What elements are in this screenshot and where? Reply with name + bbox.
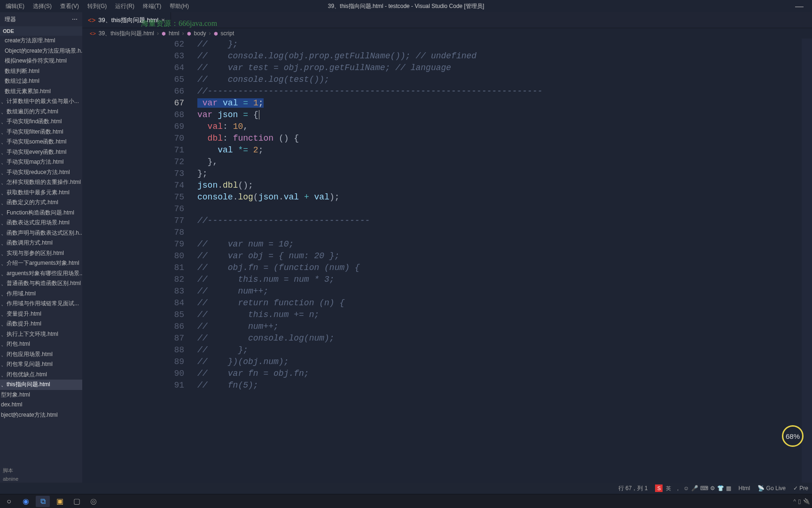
emoji-icon[interactable]: ☺ [683,485,689,492]
sidebar-item[interactable]: 、函数声明与函数表达式区别.h... [0,228,82,238]
breadcrumb-item[interactable]: body [194,30,206,37]
sidebar-item[interactable]: 、计算数组中的最大值与最小... [0,96,82,107]
more-icon[interactable]: ⋯ [72,16,78,23]
tray-power-icon[interactable]: 🔌 [803,498,810,505]
ime-logo-icon: S [655,484,663,492]
language-mode[interactable]: Html [739,485,750,492]
explorer-title: 理器 [5,16,16,24]
vscode-icon[interactable]: ⧉ [36,496,50,507]
sidebar-item[interactable]: 、函数提升.html [0,319,82,329]
breadcrumb-item[interactable]: 39、this指向问题.html [99,30,154,38]
menu-item[interactable]: 编辑(E) [4,1,26,11]
sidebar-item[interactable]: 、变量提升.html [0,309,82,319]
menu-item[interactable]: 查看(V) [58,1,81,11]
sidebar-item[interactable]: 、闭包优缺点.html [0,370,82,380]
menu-item[interactable]: 转到(G) [86,1,109,11]
sidebar-item[interactable]: 、函数调用方式.html [0,238,82,248]
sidebar-item[interactable]: 、执行上下文环境.html [0,329,82,340]
sidebar-item[interactable]: 模拟new操作符实现.html [0,56,82,66]
tray-battery-icon[interactable]: ▯ [798,498,801,505]
code-editor[interactable]: 6263646566676869707172737475767778798081… [82,39,812,483]
watermark-text: 海量资源：666java.com [141,19,217,29]
tray-up-icon[interactable]: ^ [793,498,796,505]
menu-item[interactable]: 帮助(H) [168,1,191,11]
sidebar-item[interactable]: 、手动实现reduce方法.html [0,167,82,178]
grid-icon[interactable]: ▦ [726,485,731,492]
code-content[interactable]: // };// console.log(obj.prop.getFullName… [197,39,812,483]
sidebar-item[interactable]: 数组元素累加.html [0,87,82,97]
status-bar: 行 67，列 1 S 英 ， ☺ 🎤 ⌨ ⚙ 👕 ▦ Html 📡 Go Liv… [0,483,812,494]
editor-region: <> 39、this指向问题.html × 海量资源：666java.com <… [82,12,812,483]
sidebar-item[interactable]: create方法原理.html [0,36,82,46]
sidebar-item[interactable]: 、手动实现map方法.html [0,157,82,167]
explorer-icon[interactable]: ▣ [53,496,67,507]
line-gutter: 6263646566676869707172737475767778798081… [82,39,197,483]
menu-item[interactable]: 运行(R) [113,1,136,11]
html-file-icon: <> [90,31,96,36]
sidebar-item[interactable]: 、手动实现filter函数.html [0,127,82,137]
task-bar: ○ ◉ ⧉ ▣ ▢ ◎ ^ ▯ 🔌 [0,494,812,508]
chevron-right-icon: › [182,30,184,37]
sidebar-item[interactable]: 、作用域与作用域链常见面试... [0,299,82,309]
shirt-icon[interactable]: 👕 [717,485,724,492]
sidebar-item[interactable]: 、闭包应用场景.html [0,349,82,360]
sidebar-item[interactable]: 、实现与形参的区别.html [0,248,82,259]
chevron-right-icon: › [209,30,211,37]
file-list: create方法原理.htmlObject的create方法应用场景.h...模… [0,36,82,466]
sidebar-item[interactable]: 、函数表达式应用场景.html [0,218,82,228]
sidebar-item[interactable]: bject的create方法.html [0,410,82,421]
folder-name[interactable]: ODE [0,26,82,36]
chevron-right-icon: › [157,30,159,37]
sidebar-item[interactable]: dex.html [0,400,82,410]
settings-icon[interactable]: ⚙ [710,485,715,492]
sidebar-item[interactable]: 、普通函数与构造函数区别.html [0,278,82,289]
sidebar-item[interactable]: 、作用域.html [0,289,82,299]
window-title: 39、this指向问题.html - testcode - Visual Stu… [328,2,484,10]
chrome-icon[interactable]: ◉ [19,496,33,507]
sidebar-item[interactable]: 、Function构造函数问题.html [0,208,82,218]
outline-section[interactable]: 脚本 [0,466,82,475]
sidebar-item[interactable]: 型对象.html [0,390,82,400]
sidebar-item[interactable]: 、手动实现every函数.html [0,147,82,158]
sidebar-item[interactable]: 、手动实现find函数.html [0,117,82,127]
breadcrumb-item[interactable]: html [169,30,180,37]
sidebar-item[interactable]: 、闭包常见问题.html [0,359,82,370]
sidebar-item[interactable]: 、怎样实现数组的去重操作.html [0,177,82,188]
sidebar-item[interactable]: 、获取数组中最多元素.html [0,188,82,198]
ime-lang: 英 [664,484,672,492]
progress-badge: 68% [782,425,804,447]
terminal-icon[interactable]: ▢ [70,496,84,507]
explorer-sidebar: 理器 ⋯ ODE create方法原理.htmlObject的create方法应… [0,12,82,483]
explorer-header: 理器 ⋯ [0,12,82,26]
tabnine-section[interactable]: abnine [0,475,82,483]
minimap[interactable] [802,39,812,483]
obs-icon[interactable]: ◎ [86,496,101,507]
breadcrumb-item[interactable]: script [221,30,234,37]
sidebar-item[interactable]: 、arguents对象有哪些应用场景... [0,269,82,279]
sidebar-item[interactable]: 、闭包.html [0,339,82,349]
cursor-position[interactable]: 行 67，列 1 [618,484,648,492]
sidebar-item[interactable]: Object的create方法应用场景.h... [0,46,82,56]
sidebar-item[interactable]: 、this指向问题.html [0,380,82,390]
element-icon: ⬢ [162,31,166,36]
element-icon: ⬢ [214,31,218,36]
sidebar-item[interactable]: 数组判断.html [0,66,82,77]
go-live-button[interactable]: 📡 Go Live [757,485,786,492]
ime-indicator[interactable]: S 英 ， ☺ 🎤 ⌨ ⚙ 👕 ▦ [655,484,731,492]
sidebar-item[interactable]: 、函数定义的方式.html [0,198,82,208]
window-controls[interactable]: — [795,1,808,11]
sidebar-item[interactable]: 、手动实现some函数.html [0,137,82,147]
menu-item[interactable]: 终端(T) [141,1,163,11]
main-menu: 编辑(E)选择(S)查看(V)转到(G)运行(R)终端(T)帮助(H) [4,1,191,11]
prettier-status[interactable]: ✓ Pre [793,485,808,492]
start-icon[interactable]: ○ [2,496,16,507]
sidebar-item[interactable]: 数组过滤.html [0,76,82,87]
menu-item[interactable]: 选择(S) [31,1,54,11]
sidebar-item[interactable]: 、介绍一下arguments对象.html [0,258,82,269]
tray-area[interactable]: ^ ▯ 🔌 [793,498,810,505]
keyboard-icon[interactable]: ⌨ [700,485,708,492]
mic-icon[interactable]: 🎤 [691,485,698,492]
html-file-icon: <> [88,16,95,24]
sidebar-item[interactable]: 、数组遍历的方式.html [0,107,82,117]
title-bar: 编辑(E)选择(S)查看(V)转到(G)运行(R)终端(T)帮助(H) 39、t… [0,0,812,12]
